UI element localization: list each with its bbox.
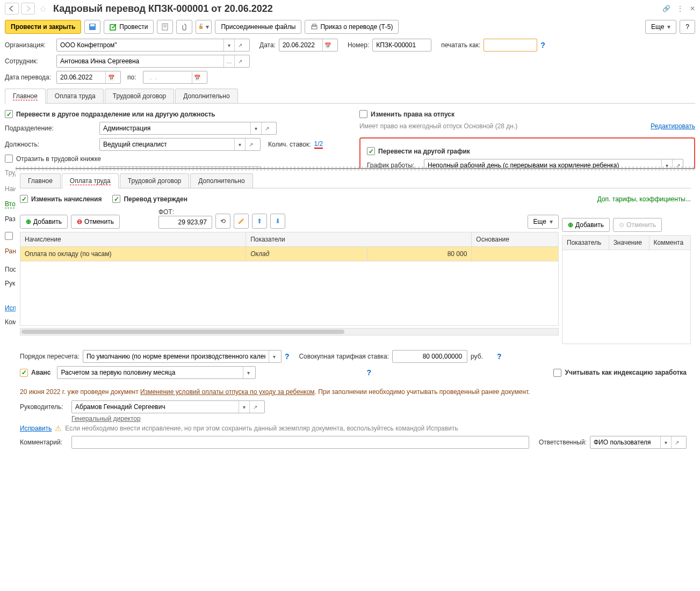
dropdown-icon[interactable]: ▾: [250, 122, 261, 134]
advance-checkbox[interactable]: [20, 369, 28, 377]
down-button[interactable]: ⬇: [270, 214, 285, 229]
edit-link[interactable]: Редактировать: [651, 122, 695, 130]
rate-field[interactable]: [392, 350, 467, 363]
open-icon[interactable]: ↗: [671, 436, 682, 448]
employee-field[interactable]: … ↗: [56, 55, 250, 68]
dropdown-icon[interactable]: ▾: [223, 39, 234, 51]
transfer-order-button[interactable]: Приказ о переводе (Т-5): [305, 20, 399, 34]
change-emp-checkbox[interactable]: [5, 232, 13, 240]
cancel-button[interactable]: ⊖Отменить: [71, 215, 120, 229]
tab-pay[interactable]: Оплата труда: [47, 89, 104, 103]
vacation-checkbox[interactable]: [359, 110, 367, 118]
resp-field[interactable]: ▾ ↗: [590, 436, 687, 449]
rates-link[interactable]: 1/2: [314, 140, 323, 149]
dropdown-icon[interactable]: ▾: [243, 367, 254, 378]
col-com2: Коммента: [649, 236, 690, 250]
to-date-field[interactable]: 📅: [143, 71, 207, 84]
col-accrual: Начисление: [20, 232, 246, 247]
help-icon[interactable]: ?: [366, 368, 371, 377]
back-button[interactable]: [5, 3, 19, 14]
approved-checkbox[interactable]: [112, 195, 120, 203]
cell-ind-name: Оклад: [246, 247, 367, 261]
dropdown-icon[interactable]: ▾: [660, 436, 671, 448]
print-dropdown[interactable]: [196, 20, 212, 34]
extra-rates-link[interactable]: Доп. тарифы, коэффициенты...: [597, 195, 691, 203]
calendar-icon[interactable]: 📅: [322, 39, 333, 51]
transfer-checkbox[interactable]: [5, 110, 13, 118]
forward-button[interactable]: [21, 3, 35, 14]
tab-contract[interactable]: Трудовой договор: [105, 89, 174, 103]
tab2-pay[interactable]: Оплата труда: [62, 173, 119, 188]
ellipsis-icon[interactable]: …: [223, 55, 234, 67]
open-icon[interactable]: ↗: [261, 122, 272, 134]
help-icon[interactable]: ?: [497, 352, 502, 361]
vacation-info: Имеет право на ежегодный отпуск Основной…: [359, 122, 517, 130]
link-icon[interactable]: 🔗: [662, 5, 670, 12]
manager-field[interactable]: ▾ ↗: [71, 400, 265, 413]
date-field[interactable]: 📅: [279, 39, 338, 52]
reflect-checkbox[interactable]: [5, 155, 13, 163]
position-label: Должность:: [5, 141, 96, 148]
print-as-field[interactable]: [483, 39, 537, 52]
dropdown-icon[interactable]: ▾: [269, 351, 279, 362]
open-icon[interactable]: ↗: [245, 138, 256, 150]
menu-icon[interactable]: ⋮: [677, 5, 683, 12]
tab-main[interactable]: Главное: [5, 89, 46, 103]
help-icon[interactable]: ?: [285, 352, 290, 361]
open-icon[interactable]: ↗: [234, 55, 245, 67]
add-button-2[interactable]: ⊕Добавить: [562, 218, 610, 232]
index-label: Учитывать как индексацию заработка: [565, 369, 687, 376]
warning-icon: ⚠: [55, 424, 62, 433]
report-button[interactable]: [157, 20, 173, 34]
post-button[interactable]: Провести: [104, 20, 154, 34]
calendar-icon[interactable]: 📅: [105, 71, 116, 83]
tab2-main[interactable]: Главное: [20, 173, 61, 188]
help-icon[interactable]: ?: [540, 41, 545, 49]
transfer-date-field[interactable]: 📅: [56, 71, 121, 84]
more-button-2[interactable]: Еще: [528, 215, 559, 229]
col-indicators: Показатели: [246, 232, 472, 247]
number-field[interactable]: [372, 39, 431, 52]
change-calc-checkbox[interactable]: [20, 195, 28, 203]
post-close-button[interactable]: Провести и закрыть: [5, 20, 81, 34]
advance-field[interactable]: ▾: [57, 366, 256, 379]
transfer-date-label: Дата перевода:: [5, 74, 53, 81]
table-row[interactable]: Оплата по окладу (по часам) Оклад 80 000: [20, 247, 559, 261]
dropdown-icon[interactable]: ▾: [239, 401, 249, 413]
dropdown-icon[interactable]: ▾: [234, 138, 245, 150]
col-ind2: Показатель: [562, 236, 609, 250]
recalc-field[interactable]: ▾: [83, 350, 282, 363]
dept-label: Подразделение:: [5, 125, 96, 132]
attach-button[interactable]: [176, 20, 192, 34]
tab-extra[interactable]: Дополнительно: [175, 89, 237, 103]
tab2-contract[interactable]: Трудовой договор: [120, 173, 189, 188]
dept-field[interactable]: ▾ ↗: [99, 122, 277, 135]
open-icon[interactable]: ↗: [234, 39, 245, 51]
more-button[interactable]: Еще: [645, 20, 676, 34]
change-calc-label: Изменить начисления: [31, 195, 102, 203]
tab2-extra[interactable]: Дополнительно: [190, 173, 252, 188]
position-field[interactable]: ▾ ↗: [99, 138, 261, 151]
refresh-button[interactable]: ⟲: [215, 214, 230, 229]
fix-link[interactable]: Исправить: [20, 425, 52, 432]
up-button[interactable]: ⬆: [252, 214, 267, 229]
doc-link[interactable]: Изменение условий оплаты отпуска по уход…: [140, 388, 315, 396]
help-button[interactable]: ?: [680, 20, 695, 34]
edit-button[interactable]: [234, 214, 249, 229]
calendar-icon[interactable]: 📅: [192, 71, 203, 83]
add-button[interactable]: ⊕Добавить: [20, 215, 68, 229]
attached-files-button[interactable]: Присоединенные файлы: [215, 20, 301, 34]
open-icon[interactable]: ↗: [249, 401, 260, 413]
org-field[interactable]: ▾ ↗: [56, 39, 250, 52]
save-button[interactable]: [84, 20, 100, 34]
index-checkbox[interactable]: [553, 369, 561, 377]
scrollbar[interactable]: [20, 328, 559, 335]
fot-field[interactable]: [158, 216, 212, 229]
close-icon[interactable]: ✕: [690, 5, 695, 12]
favorite-icon[interactable]: ☆: [39, 4, 47, 14]
org-label: Организация:: [5, 41, 53, 49]
rate-unit: руб.: [471, 353, 483, 360]
comment-field[interactable]: [71, 436, 529, 449]
schedule-checkbox[interactable]: [367, 147, 375, 155]
manager-title-link[interactable]: Генеральный директор: [71, 415, 141, 422]
